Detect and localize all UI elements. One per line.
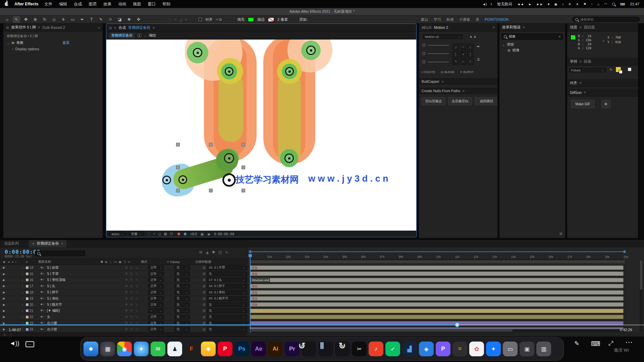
layer-label-swatch[interactable]: [25, 309, 29, 312]
display-options-row[interactable]: › Display options: [3, 46, 103, 52]
dock-chrome[interactable]: ◉: [117, 342, 132, 356]
frame-blend-icon[interactable]: ◫: [218, 250, 222, 254]
show-snapshot-icon[interactable]: ◉: [207, 232, 210, 236]
parent-dropdown[interactable]: 19. S | 脊柱: [207, 290, 247, 295]
dock-stocks[interactable]: ▟: [402, 342, 417, 356]
tab-info[interactable]: 信息: [570, 25, 577, 30]
progress-knob[interactable]: [455, 322, 460, 327]
layer-bar-row[interactable]: [250, 308, 625, 314]
layer-label-swatch[interactable]: [25, 272, 29, 276]
composition-viewport[interactable]: 技艺学习素材网 w w w . j y 3 d . c n: [106, 40, 416, 231]
layer-visibility-toggle[interactable]: [0, 303, 7, 306]
rewind-10-button[interactable]: ↺ 10: [295, 339, 309, 354]
slider-track[interactable]: [428, 45, 449, 46]
eyedropper-icon[interactable]: ✎: [609, 68, 612, 72]
help-search-input[interactable]: [580, 18, 631, 21]
tab-render-queue[interactable]: 渲染队列: [4, 241, 19, 246]
anchor-grid-button[interactable]: ▪: [460, 51, 466, 57]
close-icon[interactable]: ×: [32, 242, 34, 246]
parent-column-header[interactable]: 父级和链接: [195, 260, 239, 264]
timeline-layer-row[interactable]: 17 S | 头 正常 无 18. S | 脖子: [0, 283, 247, 289]
rig-controller[interactable]: [193, 48, 202, 57]
layer-switches[interactable]: [116, 266, 148, 270]
parent-dropdown[interactable]: 无: [207, 302, 247, 307]
dock-illustrator[interactable]: Ai: [268, 342, 283, 356]
panel-menu-icon[interactable]: ≡: [584, 90, 586, 94]
stroke-label[interactable]: 描边: [257, 17, 265, 22]
blend-mode-dropdown[interactable]: 正常: [148, 278, 164, 282]
layer-switches[interactable]: [116, 290, 148, 294]
layer-twirl-icon[interactable]: [20, 266, 25, 269]
dock-figma[interactable]: F: [184, 342, 199, 356]
roto-brush-tool[interactable]: ❖: [125, 16, 133, 23]
trkmat-dropdown[interactable]: 无: [174, 290, 190, 295]
toggle-transfer-icon[interactable]: ⬚: [9, 333, 12, 337]
layer-visibility-toggle[interactable]: [0, 266, 7, 269]
dock-music[interactable]: ♪: [369, 342, 383, 356]
trkmat-dropdown[interactable]: 无: [174, 296, 190, 301]
mini-flowchart-icon[interactable]: ⊟: [199, 250, 202, 254]
layer-duration-bar[interactable]: [250, 309, 624, 313]
menubar-menu-item[interactable]: 文件: [44, 1, 52, 7]
brush-tool[interactable]: ✎: [97, 16, 105, 23]
layer-label-swatch[interactable]: [25, 285, 29, 288]
tab-tracker[interactable]: 跟踪器: [584, 25, 595, 30]
trkmat-column-header[interactable]: T TrkMat: [167, 260, 195, 264]
anchor-icon[interactable]: ⚓: [477, 57, 480, 62]
apple-menu-icon[interactable]: [5, 2, 8, 6]
create-nulls-header[interactable]: Create Nulls From Paths≡: [419, 88, 497, 94]
slider-track[interactable]: [428, 53, 449, 54]
resolution-dropdown[interactable]: 完整: [129, 232, 144, 236]
layer-visibility-toggle[interactable]: [0, 315, 7, 318]
forward-icon[interactable]: ►►: [536, 2, 543, 6]
selection-handle[interactable]: [241, 189, 245, 192]
tab-gifgun[interactable]: GifGun: [570, 90, 582, 95]
create-null-button[interactable]: 点后接空白: [448, 97, 472, 105]
stroke-width[interactable]: 2 像素: [277, 17, 288, 22]
dock-finder[interactable]: ☻: [84, 342, 98, 356]
layer-label-swatch[interactable]: [25, 266, 29, 269]
panel-menu-icon[interactable]: ≡: [38, 25, 40, 29]
layer-bar-row[interactable]: Structure end: [250, 277, 625, 283]
timeline-search-box[interactable]: [35, 251, 85, 256]
blend-mode-dropdown[interactable]: 正常: [148, 302, 164, 307]
timeline-layer-row[interactable]: 14 S | 前臂 正常 无 15. S | 手臂: [0, 265, 247, 271]
layer-bar-row[interactable]: 骨架: [250, 302, 625, 308]
anchor-grid-button[interactable]: ─: [460, 44, 466, 50]
motion-blur-icon[interactable]: ∿: [225, 250, 228, 254]
layer-label-swatch[interactable]: [25, 315, 29, 319]
dock-photoshop[interactable]: Ps: [234, 342, 249, 356]
exposure-value[interactable]: +0.0: [190, 232, 197, 236]
tab-align[interactable]: 对齐: [570, 80, 577, 85]
layer-switches[interactable]: [116, 297, 148, 301]
tab-effect-controls[interactable]: 效果控件 5 | 脚: [11, 25, 36, 30]
menubar-menu-item[interactable]: 合成: [74, 1, 82, 7]
app-menu-title[interactable]: After Effects: [14, 2, 38, 6]
rig-controller[interactable]: [178, 175, 187, 184]
selection-handle[interactable]: [241, 143, 245, 146]
zoom-dropdown[interactable]: 400%: [109, 232, 125, 236]
fill-swatch[interactable]: [248, 17, 254, 22]
trkmat-dropdown[interactable]: 无: [174, 278, 190, 282]
effect-row[interactable]: ⌄ fx 骨骼 重置: [3, 40, 103, 46]
annotate-button[interactable]: ✎: [574, 340, 579, 347]
menubar-menu-item[interactable]: 编辑: [59, 1, 67, 7]
layer-duration-bar[interactable]: 骨架: [250, 302, 624, 307]
layer-visibility-toggle[interactable]: [0, 309, 7, 312]
layer-twirl-icon[interactable]: [20, 278, 25, 282]
video-progress-bar[interactable]: [0, 324, 644, 325]
new-folder-icon[interactable]: ⊞: [559, 232, 562, 236]
layer-twirl-icon[interactable]: [20, 272, 25, 276]
buttcapper-header[interactable]: ButtCapper≡: [419, 78, 497, 84]
rig-controller[interactable]: [225, 67, 233, 76]
more-button[interactable]: ⋯: [625, 338, 633, 347]
blend-mode-dropdown[interactable]: 正常: [148, 290, 164, 295]
upload-icon[interactable]: ↑: [591, 2, 593, 6]
font-family-dropdown[interactable]: Futura: [569, 68, 606, 72]
trkmat-dropdown[interactable]: 无: [174, 272, 190, 276]
layer-name[interactable]: S | 脖子: [47, 290, 116, 295]
dock-display[interactable]: ▭: [503, 342, 518, 356]
rig-controller[interactable]: [306, 46, 316, 55]
lyrics-widget[interactable]: 暂无歌词: [497, 2, 512, 7]
play-icon[interactable]: ►: [528, 2, 532, 6]
